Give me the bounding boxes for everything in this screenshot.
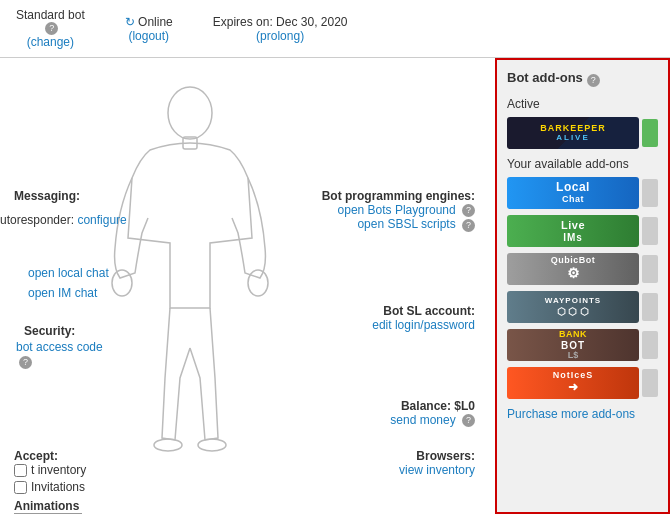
svg-point-5 — [198, 439, 226, 451]
addon-localchat-toggle[interactable] — [642, 179, 658, 207]
local-chat-link[interactable]: open local chat — [28, 266, 109, 280]
local-chat-section: open local chat — [28, 266, 109, 280]
messaging-title: Messaging: — [14, 189, 80, 203]
center-area: Messaging: utoresponder: configure open … — [0, 58, 495, 514]
addon-localchat-item: Local Chat — [507, 177, 658, 209]
refresh-icon: ↻ — [125, 15, 138, 29]
autoresponder-configure-link[interactable]: configure — [77, 213, 126, 227]
inventory-label: t inventory — [31, 463, 86, 477]
svg-point-0 — [168, 87, 212, 139]
invitations-checkbox[interactable] — [14, 481, 27, 494]
sbsl-help-icon[interactable]: ? — [462, 219, 475, 232]
addons-active-label: Active — [507, 97, 658, 111]
addon-notices-toggle[interactable] — [642, 369, 658, 397]
accept-section: Accept: t inventory Invitations — [14, 448, 86, 497]
addon-qubicbot-item: QubicBot ⚙ — [507, 253, 658, 285]
addon-qubicbot-toggle[interactable] — [642, 255, 658, 283]
addon-localchat-badge: Local Chat — [507, 177, 639, 209]
sl-account-section: Bot SL account: edit login/password — [372, 303, 475, 332]
balance-section: Balance: $L0 send money ? — [390, 398, 475, 427]
purchase-link[interactable]: Purchase more add-ons — [507, 407, 658, 421]
addon-bankbot-item: BANK BOT L$ — [507, 329, 658, 361]
addon-liveims-item: Live IMs — [507, 215, 658, 247]
addon-barkeeper-badge: BARKEEPER ALIVE — [507, 117, 639, 149]
addon-barkeeper-item: BARKEEPER ALIVE — [507, 117, 658, 149]
bot-access-section: bot access code ? — [16, 340, 103, 369]
expires-item: Expires on: Dec 30, 2020 (prolong) — [213, 15, 348, 43]
inventory-checkbox-item: t inventory — [14, 463, 86, 477]
invitations-checkbox-item: Invitations — [14, 480, 86, 494]
avatar-silhouette — [80, 78, 300, 458]
playground-help-icon[interactable]: ? — [462, 204, 475, 217]
security-section: Security: — [24, 323, 75, 338]
status-label: ↻ Online — [125, 15, 173, 29]
view-inventory-link[interactable]: view inventory — [399, 463, 475, 477]
status-item: ↻ Online (logout) — [125, 15, 173, 43]
balance-title: Balance: $L0 — [401, 399, 475, 413]
edit-login-link[interactable]: edit login/password — [372, 318, 475, 332]
accept-title: Accept: — [14, 449, 58, 463]
programming-section: Bot programming engines: open Bots Playg… — [322, 188, 475, 232]
addon-liveims-toggle[interactable] — [642, 217, 658, 245]
addons-help-icon[interactable]: ? — [587, 74, 600, 87]
addon-notices-item: NotIceS ➜ — [507, 367, 658, 399]
im-chat-link[interactable]: open IM chat — [28, 286, 97, 300]
inventory-checkbox[interactable] — [14, 464, 27, 477]
main-content: Messaging: utoresponder: configure open … — [0, 58, 670, 514]
expires-label: Expires on: Dec 30, 2020 — [213, 15, 348, 29]
addon-barkeeper-toggle[interactable] — [642, 119, 658, 147]
im-chat-section: open IM chat — [28, 286, 97, 300]
change-link[interactable]: (change) — [27, 35, 74, 49]
svg-point-2 — [112, 270, 132, 296]
bot-type-item: Standard bot ? (change) — [16, 8, 85, 49]
animations-title: Animations — [14, 499, 79, 513]
autoresponder-label: utoresponder: — [0, 213, 74, 227]
addon-waypoints-item: WAYPOINTS ⬡ ⬡ ⬡ — [507, 291, 658, 323]
prolong-link[interactable]: (prolong) — [256, 29, 304, 43]
programming-title: Bot programming engines: — [322, 189, 475, 203]
addon-waypoints-toggle[interactable] — [642, 293, 658, 321]
autoresponder-section: utoresponder: configure — [0, 213, 127, 227]
sbsl-link[interactable]: open SBSL scripts ? — [322, 217, 475, 231]
bot-access-link[interactable]: bot access code — [16, 340, 103, 354]
addons-title: Bot add-ons — [507, 70, 583, 85]
addon-bankbot-badge: BANK BOT L$ — [507, 329, 639, 361]
balance-help-icon[interactable]: ? — [462, 414, 475, 427]
addon-bankbot-toggle[interactable] — [642, 331, 658, 359]
top-bar: Standard bot ? (change) ↻ Online (logout… — [0, 0, 670, 58]
svg-point-3 — [248, 270, 268, 296]
security-title: Security: — [24, 324, 75, 338]
addon-notices-badge: NotIceS ➜ — [507, 367, 639, 399]
send-money-link[interactable]: send money ? — [390, 413, 475, 427]
addon-qubicbot-badge: QubicBot ⚙ — [507, 253, 639, 285]
bot-type-label: Standard bot — [16, 8, 85, 22]
bot-type-help-icon[interactable]: ? — [45, 22, 58, 35]
playground-link[interactable]: open Bots Playground ? — [322, 203, 475, 217]
available-label: Your available add-ons — [507, 157, 658, 171]
svg-point-4 — [154, 439, 182, 451]
security-help-icon[interactable]: ? — [19, 356, 32, 369]
browsers-title: Browsers: — [416, 449, 475, 463]
addon-liveims-badge: Live IMs — [507, 215, 639, 247]
addons-sidebar: Bot add-ons ? Active BARKEEPER ALIVE You… — [495, 58, 670, 514]
logout-link[interactable]: (logout) — [128, 29, 169, 43]
addon-waypoints-badge: WAYPOINTS ⬡ ⬡ ⬡ — [507, 291, 639, 323]
browsers-section: Browsers: view inventory — [399, 448, 475, 477]
messaging-section: Messaging: — [14, 188, 80, 203]
invitations-label: Invitations — [31, 480, 85, 494]
animations-section: Animations anybody — [14, 498, 82, 514]
sl-account-title: Bot SL account: — [383, 304, 475, 318]
